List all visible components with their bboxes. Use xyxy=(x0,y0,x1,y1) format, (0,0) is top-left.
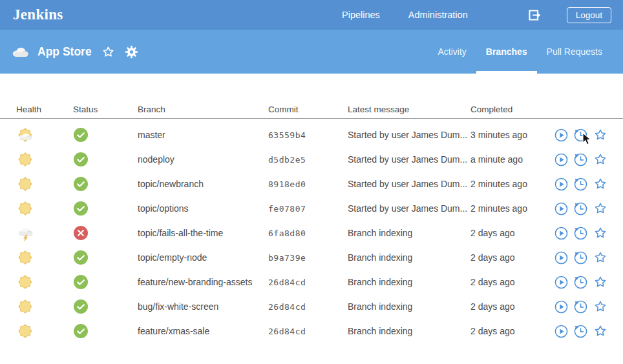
table-row[interactable]: bug/fix-white-screen26d84cdBranch indexi… xyxy=(0,294,623,319)
status-cell xyxy=(73,176,138,192)
storm-icon xyxy=(16,224,34,242)
replay-icon[interactable] xyxy=(574,300,587,314)
health-cell xyxy=(16,150,73,168)
run-icon[interactable] xyxy=(554,128,568,142)
partly-cloudy-icon xyxy=(16,126,34,144)
jenkins-blue-ocean-app: Jenkins PipelinesAdministration Logout A… xyxy=(0,0,623,364)
gear-icon[interactable] xyxy=(125,45,138,59)
sunny-icon xyxy=(16,322,34,340)
table-row[interactable]: feature/xmas-sale26d84cdBranch indexing2… xyxy=(0,319,623,343)
weather-cloud-icon xyxy=(10,42,30,61)
favorite-star-icon[interactable] xyxy=(593,324,607,338)
table-row[interactable]: topic/fails-all-the-time6fa8d80Branch in… xyxy=(0,221,623,245)
sunny-icon xyxy=(16,150,34,168)
top-bar: Jenkins PipelinesAdministration Logout xyxy=(0,0,623,30)
run-icon[interactable] xyxy=(554,276,568,289)
table-header-row: HealthStatusBranchCommitLatest messageCo… xyxy=(0,100,623,119)
success-icon xyxy=(73,299,89,314)
top-nav: PipelinesAdministration xyxy=(342,10,468,20)
exit-icon[interactable] xyxy=(527,8,542,23)
table-row[interactable]: nodeployd5db2e5Started by user James Dum… xyxy=(0,147,623,172)
pipeline-tabs: ActivityBranchesPull Requests xyxy=(428,30,612,74)
table-row[interactable]: feature/new-branding-assets26d84cdBranch… xyxy=(0,270,623,294)
latest-message: Branch indexing xyxy=(348,301,470,312)
branch-name: master xyxy=(138,130,268,140)
completed-time: 2 days ago xyxy=(470,228,554,238)
branch-name: feature/xmas-sale xyxy=(138,326,268,336)
replay-icon[interactable] xyxy=(574,276,587,289)
commit-hash: d5db2e5 xyxy=(268,155,348,165)
replay-icon[interactable] xyxy=(574,202,587,216)
favorite-star-icon[interactable] xyxy=(593,299,607,314)
table-row[interactable]: topic/newbranch8918ed0Started by user Ja… xyxy=(0,172,623,196)
nav-item-pipelines[interactable]: Pipelines xyxy=(342,10,380,20)
replay-icon[interactable] xyxy=(574,251,587,265)
branch-name: nodeploy xyxy=(138,154,268,165)
completed-time: 2 days ago xyxy=(470,301,554,312)
status-cell xyxy=(73,225,138,241)
favorite-star-icon[interactable] xyxy=(593,128,607,142)
actions-cell xyxy=(554,177,607,191)
completed-time: 2 days ago xyxy=(470,326,554,336)
completed-time: 2 minutes ago xyxy=(470,203,554,214)
branch-name: bug/fix-white-screen xyxy=(138,301,268,312)
run-icon[interactable] xyxy=(554,177,568,191)
logout-button[interactable]: Logout xyxy=(567,7,611,23)
status-cell xyxy=(73,299,138,314)
sunny-icon xyxy=(16,273,34,291)
replay-icon[interactable] xyxy=(574,325,587,338)
status-cell xyxy=(73,201,138,216)
tab-branches[interactable]: Branches xyxy=(476,30,537,74)
completed-time: 3 minutes ago xyxy=(470,130,554,140)
favorite-star-icon[interactable] xyxy=(593,177,607,191)
completed-time: a minute ago xyxy=(470,154,554,165)
run-icon[interactable] xyxy=(554,153,568,167)
branches-table: HealthStatusBranchCommitLatest messageCo… xyxy=(0,100,623,343)
status-cell xyxy=(73,152,138,167)
commit-hash: 63559b4 xyxy=(268,130,348,140)
commit-hash: 26d84cd xyxy=(268,278,348,287)
actions-cell xyxy=(554,128,607,142)
favorite-star-icon[interactable] xyxy=(593,250,607,265)
column-header-latest-message: Latest message xyxy=(348,105,470,114)
replay-icon[interactable] xyxy=(574,128,587,142)
favorite-star-icon[interactable] xyxy=(593,226,607,240)
run-icon[interactable] xyxy=(554,300,568,314)
health-cell xyxy=(16,175,73,193)
commit-hash: fe07807 xyxy=(268,204,348,214)
health-cell xyxy=(16,224,73,242)
run-icon[interactable] xyxy=(554,227,568,240)
tab-pull-requests[interactable]: Pull Requests xyxy=(537,30,612,74)
actions-cell xyxy=(554,275,607,289)
run-icon[interactable] xyxy=(554,202,568,216)
table-row[interactable]: topic/empty-nodeb9a739eBranch indexing2 … xyxy=(0,245,623,270)
replay-icon[interactable] xyxy=(574,227,587,240)
pipeline-header: App Store xyxy=(0,30,623,74)
failure-icon xyxy=(73,225,89,241)
jenkins-logo[interactable]: Jenkins xyxy=(13,6,63,23)
branch-name: topic/options xyxy=(138,203,268,214)
commit-hash: 8918ed0 xyxy=(268,179,348,189)
favorite-star-icon[interactable] xyxy=(101,45,115,59)
tab-activity[interactable]: Activity xyxy=(428,30,476,74)
run-icon[interactable] xyxy=(554,251,568,265)
run-icon[interactable] xyxy=(554,325,568,338)
column-header-completed: Completed xyxy=(470,105,554,114)
favorite-star-icon[interactable] xyxy=(593,275,607,289)
health-cell xyxy=(16,273,73,291)
pipeline-title: App Store xyxy=(37,45,92,59)
nav-item-administration[interactable]: Administration xyxy=(408,10,468,20)
favorite-star-icon[interactable] xyxy=(593,201,607,216)
table-row[interactable]: topic/optionsfe07807Started by user Jame… xyxy=(0,196,623,221)
column-header-health: Health xyxy=(16,105,73,114)
latest-message: Branch indexing xyxy=(348,228,470,238)
replay-icon[interactable] xyxy=(574,153,587,167)
status-cell xyxy=(73,323,138,339)
favorite-star-icon[interactable] xyxy=(593,152,607,167)
replay-icon[interactable] xyxy=(574,177,587,191)
latest-message: Started by user James Dum... xyxy=(348,179,470,189)
table-row[interactable]: master63559b4Started by user James Dum..… xyxy=(0,123,623,147)
commit-hash: b9a739e xyxy=(268,253,348,263)
status-cell xyxy=(73,250,138,265)
column-header-commit: Commit xyxy=(268,105,348,114)
